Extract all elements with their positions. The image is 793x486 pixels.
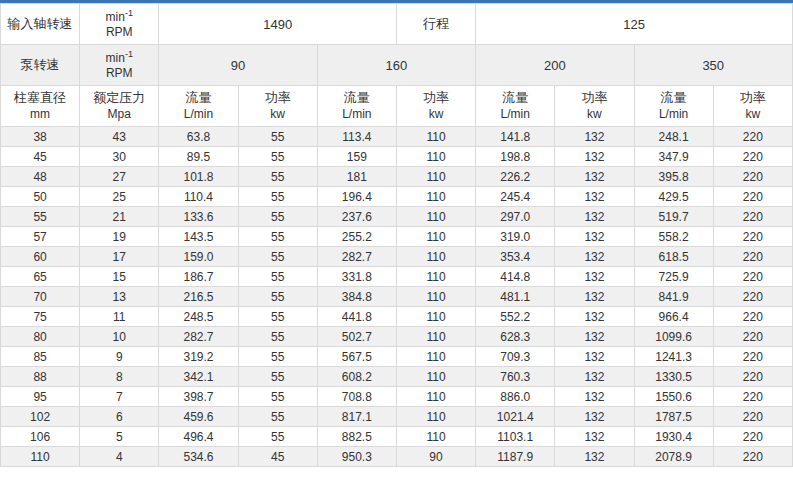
table-cell: 708.8	[317, 387, 396, 407]
table-cell: 558.2	[634, 227, 713, 247]
table-cell: 55	[238, 307, 317, 327]
table-cell: 245.4	[476, 187, 555, 207]
table-cell: 248.5	[159, 307, 238, 327]
table-cell: 220	[713, 247, 792, 267]
table-cell: 220	[713, 207, 792, 227]
table-cell: 429.5	[634, 187, 713, 207]
table-cell: 55	[238, 167, 317, 187]
table-cell: 132	[555, 387, 634, 407]
table-cell: 255.2	[317, 227, 396, 247]
table-cell: 817.1	[317, 407, 396, 427]
table-cell: 196.4	[317, 187, 396, 207]
table-cell: 220	[713, 287, 792, 307]
table-cell: 110	[1, 447, 80, 467]
table-cell: 27	[80, 167, 159, 187]
table-cell: 55	[238, 127, 317, 147]
table-cell: 132	[555, 267, 634, 287]
table-cell: 70	[1, 287, 80, 307]
pump-speed-unit: min-1 RPM	[80, 45, 159, 86]
table-cell: 347.9	[634, 147, 713, 167]
table-cell: 628.3	[476, 327, 555, 347]
table-cell: 6	[80, 407, 159, 427]
table-cell: 519.7	[634, 207, 713, 227]
table-row: 859319.255567.5110709.31321241.3220	[1, 347, 793, 367]
table-cell: 106	[1, 427, 80, 447]
table-cell: 220	[713, 427, 792, 447]
table-row: 5025110.455196.4110245.4132429.5220	[1, 187, 793, 207]
table-cell: 618.5	[634, 247, 713, 267]
column-header-flow-2: 流量 L/min	[317, 86, 396, 127]
table-cell: 55	[238, 267, 317, 287]
table-cell: 50	[1, 187, 80, 207]
unit-rpm: RPM	[106, 66, 133, 80]
table-cell: 297.0	[476, 207, 555, 227]
table-cell: 45	[1, 147, 80, 167]
table-cell: 220	[713, 167, 792, 187]
table-cell: 110	[396, 287, 475, 307]
table-cell: 132	[555, 247, 634, 267]
pump-speed-label: 泵转速	[1, 45, 80, 86]
table-row: 8010282.755502.7110628.31321099.6220	[1, 327, 793, 347]
table-cell: 966.4	[634, 307, 713, 327]
table-cell: 48	[1, 167, 80, 187]
table-cell: 17	[80, 247, 159, 267]
table-cell: 567.5	[317, 347, 396, 367]
table-cell: 30	[80, 147, 159, 167]
table-cell: 80	[1, 327, 80, 347]
table-cell: 220	[713, 267, 792, 287]
table-cell: 342.1	[159, 367, 238, 387]
input-speed-unit: min-1 RPM	[80, 4, 159, 45]
table-cell: 220	[713, 187, 792, 207]
table-cell: 282.7	[317, 247, 396, 267]
table-row: 957398.755708.8110886.01321550.6220	[1, 387, 793, 407]
table-cell: 63.8	[159, 127, 238, 147]
pump-spec-table: 输入轴转速 min-1 RPM 1490 行程 125 泵转速 min-1 RP…	[0, 3, 793, 467]
table-cell: 950.3	[317, 447, 396, 467]
column-header-power-3: 功率 kw	[555, 86, 634, 127]
table-cell: 237.6	[317, 207, 396, 227]
table-cell: 282.7	[159, 327, 238, 347]
column-header-flow-1: 流量 L/min	[159, 86, 238, 127]
table-cell: 60	[1, 247, 80, 267]
header-row-input-speed: 输入轴转速 min-1 RPM 1490 行程 125	[1, 4, 793, 45]
table-cell: 132	[555, 327, 634, 347]
table-cell: 65	[1, 267, 80, 287]
table-row: 1104534.645950.3901187.91322078.9220	[1, 447, 793, 467]
table-cell: 502.7	[317, 327, 396, 347]
table-cell: 7	[80, 387, 159, 407]
table-cell: 55	[238, 407, 317, 427]
table-cell: 110.4	[159, 187, 238, 207]
table-cell: 38	[1, 127, 80, 147]
column-header-power-2: 功率 kw	[396, 86, 475, 127]
column-header-flow-4: 流量 L/min	[634, 86, 713, 127]
table-cell: 534.6	[159, 447, 238, 467]
input-shaft-speed-label: 输入轴转速	[1, 4, 80, 45]
table-cell: 55	[238, 247, 317, 267]
table-cell: 55	[238, 147, 317, 167]
input-speed-value: 1490	[159, 4, 397, 45]
table-cell: 220	[713, 147, 792, 167]
table-cell: 8	[80, 367, 159, 387]
unit-base: min	[106, 51, 125, 65]
pump-speed-160: 160	[317, 45, 475, 86]
table-cell: 132	[555, 227, 634, 247]
table-cell: 55	[1, 207, 80, 227]
table-row: 7511248.555441.8110552.2132966.4220	[1, 307, 793, 327]
table-cell: 132	[555, 207, 634, 227]
table-cell: 19	[80, 227, 159, 247]
table-cell: 85	[1, 347, 80, 367]
table-cell: 110	[396, 207, 475, 227]
table-cell: 110	[396, 427, 475, 447]
table-row: 7013216.555384.8110481.1132841.9220	[1, 287, 793, 307]
table-cell: 110	[396, 187, 475, 207]
table-cell: 21	[80, 207, 159, 227]
table-cell: 55	[238, 207, 317, 227]
table-cell: 55	[238, 347, 317, 367]
table-cell: 159.0	[159, 247, 238, 267]
table-cell: 10	[80, 327, 159, 347]
table-cell: 1241.3	[634, 347, 713, 367]
table-cell: 1103.1	[476, 427, 555, 447]
table-cell: 75	[1, 307, 80, 327]
table-cell: 1099.6	[634, 327, 713, 347]
table-cell: 132	[555, 307, 634, 327]
